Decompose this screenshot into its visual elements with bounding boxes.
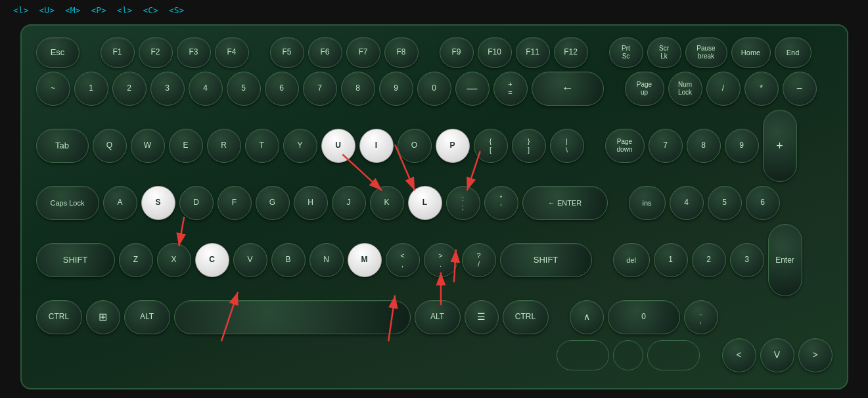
key-f7[interactable]: F7 (346, 37, 380, 68)
key-del[interactable]: del (613, 243, 650, 277)
key-9[interactable]: 9 (379, 72, 413, 106)
key-h[interactable]: H (294, 186, 328, 220)
key-6[interactable]: 6 (265, 72, 299, 106)
key-w[interactable]: W (131, 129, 165, 163)
key-f10[interactable]: F10 (478, 37, 512, 68)
key-0[interactable]: 0 (417, 72, 451, 106)
key-pluseq[interactable]: += (493, 72, 528, 106)
key-scrlk[interactable]: ScrLk (647, 37, 681, 68)
key-alt-r[interactable]: ALT (415, 300, 461, 334)
key-num4[interactable]: 4 (670, 186, 704, 220)
key-f6[interactable]: F6 (308, 37, 342, 68)
key-8[interactable]: 8 (341, 72, 375, 106)
key-numdot[interactable]: .., (684, 300, 718, 334)
key-num6[interactable]: 6 (746, 186, 780, 220)
key-ctrl-r[interactable]: CTRL (503, 300, 549, 334)
key-l[interactable]: L (408, 186, 442, 220)
key-v[interactable]: V (233, 243, 267, 277)
key-prtsc[interactable]: PrtSc (609, 37, 643, 68)
key-numminus[interactable]: − (783, 72, 817, 106)
key-tab[interactable]: Tab (36, 129, 89, 163)
key-4[interactable]: 4 (189, 72, 223, 106)
key-space[interactable] (174, 300, 411, 334)
key-d[interactable]: D (179, 186, 214, 220)
key-f9[interactable]: F9 (440, 37, 474, 68)
key-num9[interactable]: 9 (725, 129, 759, 163)
key-y[interactable]: Y (283, 129, 317, 163)
key-num0[interactable]: 0 (608, 300, 680, 334)
key-j[interactable]: J (332, 186, 366, 220)
key-tilde[interactable]: ~ (36, 72, 70, 106)
key-f8[interactable]: F8 (384, 37, 419, 68)
key-num1[interactable]: 1 (654, 243, 688, 277)
key-o[interactable]: O (398, 129, 432, 163)
key-quote[interactable]: "' (484, 186, 518, 220)
key-arr-down[interactable]: V (760, 338, 794, 372)
key-r[interactable]: R (207, 129, 241, 163)
key-f2[interactable]: F2 (139, 37, 173, 68)
key-numslash[interactable]: / (706, 72, 741, 106)
key-z[interactable]: Z (119, 243, 153, 277)
key-f1[interactable]: F1 (101, 37, 135, 68)
key-semicolon[interactable]: :; (446, 186, 480, 220)
key-f4[interactable]: F4 (215, 37, 249, 68)
key-m[interactable]: M (348, 243, 382, 277)
key-pausebreak[interactable]: Pausebreak (685, 37, 727, 68)
key-f12[interactable]: F12 (554, 37, 588, 68)
key-num7[interactable]: 7 (649, 129, 683, 163)
key-g[interactable]: G (256, 186, 290, 220)
key-num8[interactable]: 8 (687, 129, 721, 163)
key-arr-left[interactable]: < (722, 338, 756, 372)
key-menu[interactable]: ☰ (465, 300, 499, 334)
key-enter[interactable]: ← ENTER (522, 186, 608, 220)
key-minus[interactable]: — (455, 72, 490, 106)
key-slash[interactable]: ?/ (462, 243, 496, 277)
key-q[interactable]: Q (93, 129, 127, 163)
key-f[interactable]: F (217, 186, 252, 220)
key-numenter[interactable]: Enter (768, 224, 802, 296)
key-pageup[interactable]: Pageup (625, 72, 664, 106)
key-period[interactable]: >. (424, 243, 458, 277)
key-c[interactable]: C (195, 243, 229, 277)
key-7[interactable]: 7 (303, 72, 337, 106)
key-p[interactable]: P (436, 129, 470, 163)
key-end[interactable]: End (775, 37, 811, 68)
key-esc[interactable]: Esc (36, 37, 80, 68)
key-home[interactable]: Home (731, 37, 771, 68)
key-e[interactable]: E (169, 129, 203, 163)
key-shift-r[interactable]: SHIFT (500, 243, 592, 277)
key-a[interactable]: A (103, 186, 137, 220)
key-f3[interactable]: F3 (177, 37, 211, 68)
key-capslock[interactable]: Caps Lock (36, 186, 99, 220)
key-n[interactable]: N (309, 243, 344, 277)
key-b[interactable]: B (271, 243, 306, 277)
key-ctrl-l[interactable]: CTRL (36, 300, 82, 334)
key-5[interactable]: 5 (227, 72, 261, 106)
key-t[interactable]: T (245, 129, 279, 163)
key-k[interactable]: K (370, 186, 404, 220)
key-caret[interactable]: ∧ (570, 300, 604, 334)
key-lbrace[interactable]: {[ (474, 129, 508, 163)
key-num2[interactable]: 2 (692, 243, 726, 277)
key-arr-right[interactable]: > (798, 338, 833, 372)
key-ins[interactable]: ins (629, 186, 666, 220)
key-win[interactable]: ⊞ (86, 300, 120, 334)
key-f5[interactable]: F5 (270, 37, 304, 68)
key-numstar[interactable]: * (744, 72, 779, 106)
key-backslash[interactable]: |\ (550, 129, 584, 163)
key-s[interactable]: S (141, 186, 175, 220)
key-comma[interactable]: <, (386, 243, 420, 277)
key-num3[interactable]: 3 (730, 243, 764, 277)
key-rbrace[interactable]: }] (512, 129, 546, 163)
key-numlock[interactable]: NumLock (668, 72, 702, 106)
key-f11[interactable]: F11 (516, 37, 550, 68)
key-x[interactable]: X (157, 243, 191, 277)
key-u[interactable]: U (321, 129, 355, 163)
key-backspace[interactable]: ← (532, 72, 604, 106)
key-shift-l[interactable]: SHIFT (36, 243, 115, 277)
key-3[interactable]: 3 (150, 72, 185, 106)
key-2[interactable]: 2 (112, 72, 147, 106)
key-1[interactable]: 1 (74, 72, 108, 106)
key-num5[interactable]: 5 (708, 186, 742, 220)
key-pagedown[interactable]: Pagedown (605, 129, 645, 163)
